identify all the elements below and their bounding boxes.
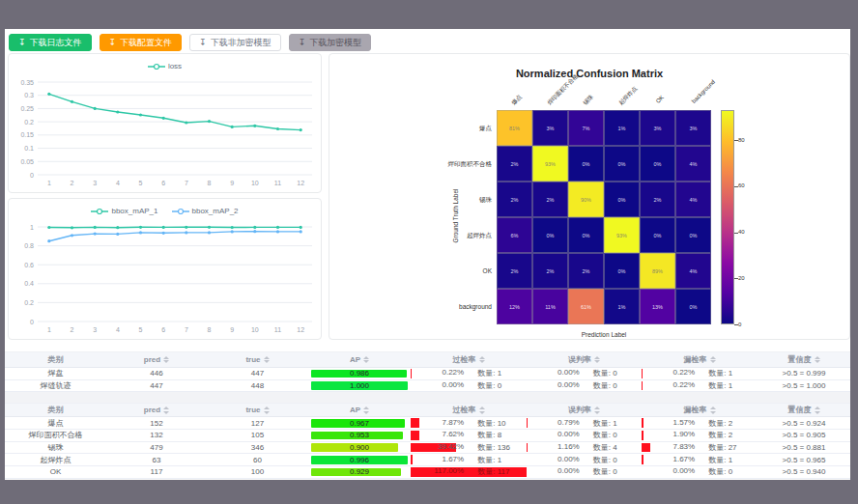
- table-1-col-AP[interactable]: AP: [308, 404, 411, 416]
- table-0-col-pred[interactable]: pred: [106, 352, 207, 367]
- toolbar-button-2[interactable]: ↧下载非加密模型: [189, 34, 281, 51]
- table-0-col-AP[interactable]: AP: [308, 352, 411, 367]
- sort-caret[interactable]: [594, 356, 600, 364]
- cell-class: 锡珠: [5, 442, 106, 454]
- legend-item-bbox_mAP_2[interactable]: bbox_mAP_2: [172, 207, 239, 215]
- cell-confidence: >0.5 = 0.940: [758, 466, 850, 478]
- cell-class: 起焊炸点: [5, 454, 106, 465]
- svg-text:0.2: 0.2: [24, 119, 34, 126]
- cell-misjudge-rate: 0.00%数量: 0: [527, 454, 642, 465]
- cell-misjudge-rate: 0.00%数量: 0: [527, 466, 642, 478]
- cell-pred: 479: [106, 442, 207, 454]
- svg-text:10: 10: [251, 326, 259, 333]
- table-0-col-过检率[interactable]: 过检率: [411, 352, 527, 367]
- legend-item-bbox_mAP_1[interactable]: bbox_mAP_1: [91, 207, 157, 215]
- cell-ap: 0.900: [308, 442, 411, 454]
- confusion-matrix-card: Normalized Confusion Matrix 81%3%7%1%3%3…: [329, 53, 850, 340]
- svg-text:1: 1: [30, 224, 34, 231]
- colorbar-tick-label: 20: [738, 275, 745, 281]
- cell-ap: 0.953: [308, 430, 411, 441]
- table-0-row-0: 焊盘 446 447 0.986 0.22%数量: 1 0.00%数量: 0 0…: [5, 368, 850, 380]
- cell-true: 60: [207, 454, 308, 465]
- table-1-col-漏检率[interactable]: 漏检率: [642, 404, 758, 416]
- cell-pred: 132: [106, 430, 207, 441]
- cell-misjudge-rate: 0.00%数量: 0: [527, 430, 642, 441]
- sort-caret[interactable]: [363, 356, 369, 364]
- table-1-col-true[interactable]: true: [207, 404, 308, 416]
- sort-caret[interactable]: [594, 406, 600, 414]
- cell-class: 焊印面积不合格: [5, 430, 106, 441]
- cell-true: 448: [207, 380, 308, 392]
- sort-caret[interactable]: [479, 356, 485, 364]
- cell-miss-rate: 1.90%数量: 2: [642, 430, 758, 441]
- cm-cell-5-4: 13%: [640, 289, 675, 324]
- colorbar-tick-label: 40: [738, 229, 745, 235]
- metrics-tables: 类别predtrueAP过检率误判率漏检率置信度 焊盘 446 447 0.98…: [5, 351, 850, 479]
- table-0-col-置信度[interactable]: 置信度: [758, 352, 850, 367]
- sort-caret[interactable]: [264, 406, 270, 414]
- cm-cell-4-0: 2%: [497, 253, 532, 289]
- cm-cell-1-1: 93%: [532, 146, 568, 182]
- svg-text:0.05: 0.05: [20, 158, 34, 165]
- toolbar-button-label: 下载加密模型: [309, 37, 361, 49]
- sort-caret[interactable]: [264, 356, 270, 364]
- cell-class: 焊缝轨迹: [5, 380, 106, 392]
- cell-class: 焊盘: [5, 368, 106, 379]
- cell-over-rate: 7.62%数量: 8: [411, 430, 527, 441]
- table-0-col-漏检率[interactable]: 漏检率: [642, 352, 758, 367]
- map-chart-card: bbox_mAP_1bbox_mAP_2 00.20.40.60.8112345…: [8, 198, 322, 340]
- svg-text:5: 5: [139, 326, 143, 333]
- legend-item-loss[interactable]: loss: [148, 62, 182, 70]
- table-1-col-误判率[interactable]: 误判率: [527, 404, 642, 416]
- main-content: ↧下载日志文件↧下载配置文件↧下载非加密模型↧下载加密模型 loss 00.05…: [5, 29, 850, 480]
- svg-text:1: 1: [47, 326, 51, 333]
- table-1-col-类别: 类别: [5, 404, 106, 416]
- cm-cell-3-2: 0%: [568, 217, 604, 253]
- toolbar-button-1[interactable]: ↧下载配置文件: [100, 34, 183, 51]
- legend-line-icon: [172, 208, 189, 215]
- table-1-row-1: 焊印面积不合格 132 105 0.953 7.62%数量: 8 0.00%数量…: [5, 430, 850, 442]
- sort-caret[interactable]: [710, 406, 716, 414]
- sort-caret[interactable]: [163, 356, 169, 364]
- svg-text:9: 9: [230, 180, 234, 186]
- table-0-col-true[interactable]: true: [207, 352, 308, 367]
- sort-caret[interactable]: [815, 406, 820, 414]
- sort-caret[interactable]: [815, 356, 820, 364]
- sort-caret[interactable]: [479, 406, 485, 414]
- cell-misjudge-rate: 0.00%数量: 0: [527, 368, 642, 379]
- svg-text:12: 12: [297, 180, 304, 186]
- svg-text:10: 10: [251, 180, 259, 186]
- cm-cell-4-4: 89%: [640, 253, 675, 289]
- svg-text:12: 12: [297, 326, 304, 333]
- cell-ap: 1.000: [308, 380, 411, 392]
- table-1-row-2: 锡珠 479 346 0.900 39.42%数量: 136 1.16%数量: …: [5, 442, 850, 455]
- toolbar-button-0[interactable]: ↧下载日志文件: [9, 34, 92, 51]
- cm-cell-2-5: 4%: [675, 182, 711, 217]
- table-1-col-过检率[interactable]: 过检率: [411, 404, 527, 416]
- toolbar-button-3[interactable]: ↧下载加密模型: [289, 34, 372, 51]
- cell-confidence: >0.5 = 0.881: [758, 442, 850, 454]
- cell-misjudge-rate: 0.00%数量: 0: [527, 380, 642, 392]
- svg-text:7: 7: [185, 180, 188, 186]
- table-1-col-pred[interactable]: pred: [106, 404, 207, 416]
- svg-text:0: 0: [30, 319, 34, 325]
- cell-miss-rate: 1.67%数量: 1: [642, 454, 758, 465]
- cell-class: 爆点: [5, 417, 106, 429]
- table-0-col-误判率[interactable]: 误判率: [527, 352, 642, 367]
- cm-cell-0-4: 3%: [640, 110, 675, 146]
- cm-cell-1-0: 2%: [497, 146, 532, 182]
- sort-caret[interactable]: [710, 356, 716, 364]
- cell-pred: 63: [106, 454, 207, 465]
- cell-true: 127: [207, 417, 308, 429]
- sort-caret[interactable]: [163, 406, 169, 414]
- cm-cell-0-5: 3%: [675, 110, 711, 146]
- cm-row-label-1: 焊印面积不合格: [347, 160, 492, 169]
- download-icon: ↧: [109, 39, 117, 47]
- cm-cell-1-4: 0%: [640, 146, 675, 182]
- table-1-col-置信度[interactable]: 置信度: [758, 404, 850, 416]
- cell-miss-rate: 7.83%数量: 27: [642, 442, 758, 454]
- cm-cell-4-1: 2%: [532, 253, 568, 289]
- download-icon: ↧: [199, 39, 207, 47]
- sort-caret[interactable]: [363, 406, 369, 414]
- table-1-row-4: OK 117 100 0.929 117.00%数量: 117 0.00%数量:…: [5, 466, 850, 479]
